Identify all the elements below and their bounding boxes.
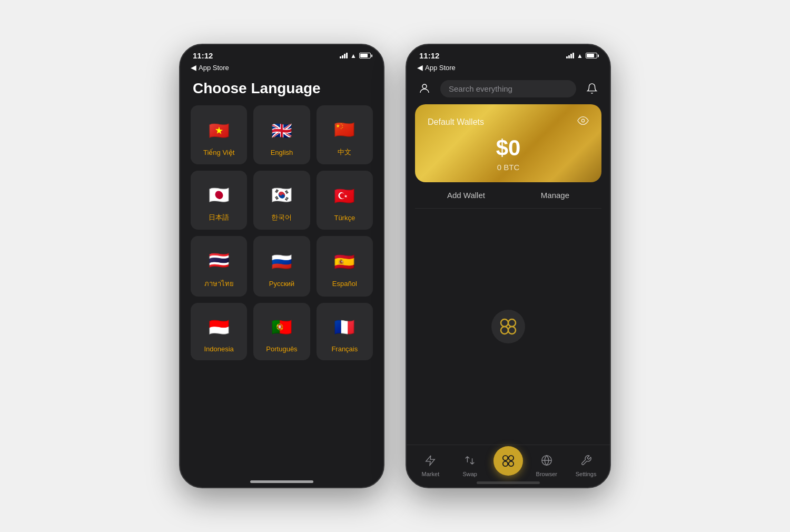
- search-placeholder: Search everything: [449, 84, 512, 93]
- tab-browser[interactable]: Browser: [531, 455, 562, 477]
- lang-label-turkish: Türkçe: [334, 214, 355, 222]
- flag-thai: 🇹🇭: [205, 247, 233, 274]
- lang-label-portuguese: Português: [266, 345, 297, 353]
- lang-label-japanese: 日本語: [209, 213, 229, 222]
- flag-turkish: 🇹🇷: [331, 182, 358, 210]
- wifi-icon-1: ▲: [350, 52, 357, 60]
- svg-point-0: [422, 84, 427, 88]
- status-time-2: 11:12: [419, 51, 439, 60]
- status-bar-2: 11:12 ▲: [407, 45, 610, 62]
- flag-chinese: 🇨🇳: [331, 116, 358, 143]
- lang-label-tieng-viet: Tiếng Việt: [203, 149, 234, 156]
- wallet-amount: $0: [428, 135, 589, 161]
- home-indicator-1: [250, 480, 313, 483]
- lang-item-russian[interactable]: 🇷🇺 Русский: [253, 236, 310, 297]
- tab-swap[interactable]: Swap: [454, 455, 486, 477]
- search-bar[interactable]: Search everything: [440, 80, 576, 97]
- tab-bar: Market Swap: [407, 445, 610, 487]
- lang-item-chinese[interactable]: 🇨🇳 中文: [317, 105, 373, 164]
- back-label-2: App Store: [425, 64, 456, 72]
- svg-point-1: [581, 119, 585, 122]
- lang-item-korean[interactable]: 🇰🇷 한국어: [253, 171, 310, 230]
- lang-item-portuguese[interactable]: 🇵🇹 Português: [253, 303, 310, 360]
- lang-item-japanese[interactable]: 🇯🇵 日本語: [191, 171, 247, 230]
- lang-item-english[interactable]: 🇬🇧 English: [253, 105, 310, 164]
- lang-label-indonesian: Indonesia: [204, 345, 233, 353]
- center-logo: [491, 310, 525, 343]
- wallet-btc: 0 BTC: [428, 163, 589, 172]
- battery-1: [359, 53, 371, 58]
- tab-settings-label: Settings: [576, 471, 597, 477]
- wallet-header: Search everything: [407, 76, 610, 104]
- lang-label-thai: ภาษาไทย: [204, 278, 234, 289]
- signal-bars-2: [566, 53, 574, 58]
- lang-item-indonesian[interactable]: 🇮🇩 Indonesia: [191, 303, 247, 360]
- wallet-actions: Add Wallet Manage: [407, 182, 610, 208]
- status-icons-1: ▲: [340, 52, 371, 60]
- svg-point-4: [501, 327, 508, 334]
- flag-english: 🇬🇧: [268, 117, 295, 144]
- svg-point-2: [501, 319, 508, 327]
- wallet-card-header: Default Wallets: [428, 115, 589, 129]
- wifi-icon-2: ▲: [577, 52, 583, 60]
- user-icon-button[interactable]: [415, 79, 434, 98]
- tab-home-center[interactable]: [493, 446, 523, 476]
- svg-point-8: [503, 461, 508, 466]
- lang-item-thai[interactable]: 🇹🇭 ภาษาไทย: [191, 236, 247, 297]
- language-grid: 🇻🇳 Tiếng Việt 🇬🇧 English 🇨🇳 中文 🇯🇵 日本語 🇰🇷…: [180, 105, 383, 360]
- phone-language: 11:12 ▲ ◀ App Store Choose Language 🇻🇳 T…: [179, 44, 384, 488]
- market-icon: [424, 455, 436, 469]
- swap-icon: [464, 455, 476, 469]
- tab-browser-label: Browser: [536, 471, 557, 477]
- tab-settings[interactable]: Settings: [570, 455, 602, 477]
- bell-icon-button[interactable]: [582, 79, 601, 98]
- screen-title-1: Choose Language: [180, 76, 383, 105]
- back-label-1: App Store: [199, 64, 229, 72]
- lang-item-tieng-viet[interactable]: 🇻🇳 Tiếng Việt: [191, 105, 247, 164]
- browser-icon: [541, 455, 552, 469]
- flag-portuguese: 🇵🇹: [268, 313, 295, 341]
- status-time-1: 11:12: [193, 51, 213, 60]
- lang-label-english: English: [271, 149, 293, 156]
- lang-item-spanish[interactable]: 🇪🇸 Español: [317, 236, 373, 297]
- manage-button[interactable]: Manage: [541, 191, 569, 200]
- settings-icon: [580, 455, 592, 469]
- svg-point-3: [508, 319, 516, 327]
- lang-label-chinese: 中文: [338, 147, 351, 157]
- tab-market[interactable]: Market: [414, 455, 446, 477]
- lang-item-french[interactable]: 🇫🇷 Français: [317, 303, 373, 360]
- flag-russian: 🇷🇺: [268, 248, 295, 275]
- phone-wallet: 11:12 ▲ ◀ App Store: [406, 44, 611, 488]
- wallet-screen: Search everything Default Wallets: [407, 76, 610, 487]
- svg-point-9: [509, 461, 514, 466]
- lang-label-russian: Русский: [269, 280, 294, 288]
- flag-tieng-viet: 🇻🇳: [205, 117, 233, 144]
- signal-bars-1: [340, 53, 348, 58]
- status-bar-1: 11:12 ▲: [180, 45, 383, 62]
- wallet-card-title: Default Wallets: [428, 117, 484, 127]
- home-indicator-2: [477, 481, 540, 484]
- flag-korean: 🇰🇷: [268, 181, 295, 209]
- wallet-card: Default Wallets $0 0 BTC: [415, 104, 601, 182]
- add-wallet-button[interactable]: Add Wallet: [447, 191, 485, 200]
- flag-french: 🇫🇷: [331, 313, 358, 341]
- status-icons-2: ▲: [566, 52, 597, 60]
- back-nav-2[interactable]: ◀ App Store: [407, 62, 610, 76]
- center-logo-area: [407, 209, 610, 445]
- flag-japanese: 🇯🇵: [205, 181, 233, 209]
- battery-2: [586, 53, 597, 58]
- lang-item-turkish[interactable]: 🇹🇷 Türkçe: [317, 171, 373, 230]
- tab-swap-label: Swap: [462, 471, 477, 477]
- svg-point-5: [508, 327, 516, 334]
- tab-market-label: Market: [422, 471, 440, 477]
- back-arrow-icon-2: ◀: [417, 63, 423, 72]
- lang-label-french: Français: [331, 345, 358, 353]
- back-arrow-icon-1: ◀: [191, 63, 196, 72]
- svg-point-6: [503, 455, 508, 460]
- lang-label-korean: 한국어: [271, 213, 292, 222]
- eye-icon[interactable]: [577, 115, 589, 129]
- flag-indonesian: 🇮🇩: [205, 313, 233, 341]
- svg-point-7: [509, 455, 514, 460]
- back-nav-1[interactable]: ◀ App Store: [180, 62, 383, 76]
- flag-spanish: 🇪🇸: [331, 248, 358, 275]
